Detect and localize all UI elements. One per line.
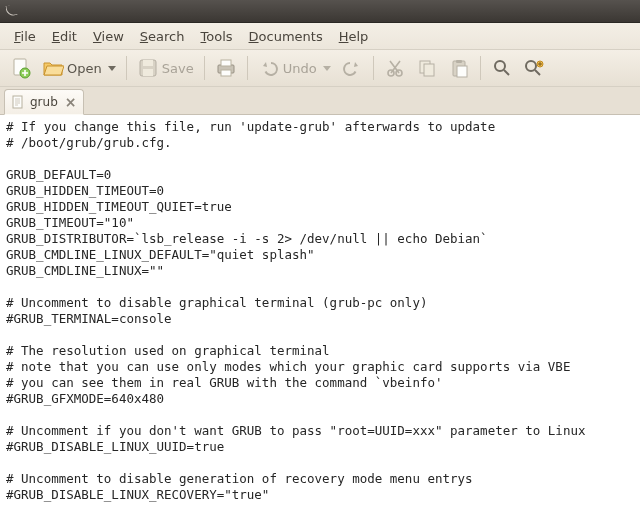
redo-icon [341, 57, 363, 79]
document-icon [11, 95, 25, 109]
save-button[interactable]: Save [133, 54, 198, 82]
svg-rect-7 [221, 70, 231, 76]
menu-help[interactable]: Help [331, 26, 377, 47]
print-icon [215, 57, 237, 79]
open-button[interactable]: Open [38, 54, 120, 82]
redo-button[interactable] [337, 54, 367, 82]
svg-rect-13 [456, 60, 462, 63]
open-button-label: Open [67, 61, 102, 76]
tab-label: grub [30, 95, 58, 109]
undo-icon [258, 57, 280, 79]
search-icon [491, 57, 513, 79]
find-replace-icon [523, 57, 545, 79]
svg-rect-18 [13, 96, 22, 108]
svg-rect-4 [143, 69, 153, 76]
menu-documents[interactable]: Documents [241, 26, 331, 47]
new-document-button[interactable] [6, 54, 36, 82]
menu-view[interactable]: View [85, 26, 132, 47]
svg-point-16 [526, 61, 536, 71]
undo-dropdown-caret-icon[interactable] [323, 66, 331, 71]
cut-button[interactable] [380, 54, 410, 82]
save-icon [137, 57, 159, 79]
print-button[interactable] [211, 54, 241, 82]
toolbar-separator [204, 56, 205, 80]
open-dropdown-caret-icon[interactable] [108, 66, 116, 71]
tab-close-icon[interactable]: × [65, 94, 77, 110]
cut-icon [384, 57, 406, 79]
toolbar-separator [126, 56, 127, 80]
menu-search[interactable]: Search [132, 26, 193, 47]
toolbar: Open Save [0, 50, 640, 87]
toolbar-separator [480, 56, 481, 80]
tab-grub[interactable]: grub × [4, 89, 84, 115]
toolbar-separator [247, 56, 248, 80]
toolbar-separator [373, 56, 374, 80]
editor-area[interactable]: # If you change this file, run 'update-g… [0, 115, 640, 517]
copy-button[interactable] [412, 54, 442, 82]
find-replace-button[interactable] [519, 54, 549, 82]
editor-content: # If you change this file, run 'update-g… [6, 119, 585, 502]
find-button[interactable] [487, 54, 517, 82]
svg-rect-14 [457, 66, 467, 77]
window-titlebar [0, 0, 640, 23]
paste-icon [448, 57, 470, 79]
menu-edit[interactable]: Edit [44, 26, 85, 47]
undo-button[interactable]: Undo [254, 54, 335, 82]
paste-button[interactable] [444, 54, 474, 82]
svg-rect-3 [143, 60, 153, 66]
undo-button-label: Undo [283, 61, 317, 76]
new-document-icon [10, 57, 32, 79]
copy-icon [416, 57, 438, 79]
open-folder-icon [42, 57, 64, 79]
tabbar: grub × [0, 87, 640, 115]
svg-rect-6 [221, 60, 231, 66]
save-button-label: Save [162, 61, 194, 76]
app-icon [5, 4, 17, 16]
menu-file[interactable]: File [6, 26, 44, 47]
menubar: File Edit View Search Tools Documents He… [0, 23, 640, 50]
svg-point-15 [495, 61, 505, 71]
menu-tools[interactable]: Tools [193, 26, 241, 47]
svg-rect-11 [424, 64, 434, 76]
